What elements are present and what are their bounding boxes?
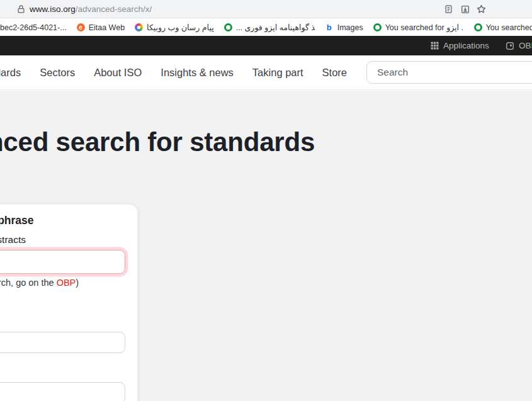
iso-main-nav: Standards Sectors About ISO Insights & n… xyxy=(0,55,532,90)
page-title: Advanced search for standards xyxy=(0,127,315,157)
nav-items: Standards Sectors About ISO Insights & n… xyxy=(0,55,347,89)
note-prefix: (For full text search, go on the xyxy=(0,278,57,288)
download-icon[interactable] xyxy=(460,4,470,14)
address-url[interactable]: www.iso.org/advanced-search/x/ xyxy=(30,0,152,18)
fulltext-note: (For full text search, go on the OBP) xyxy=(0,278,79,288)
page-content: Advanced search for standards Keyword or… xyxy=(0,91,532,401)
site-favicon-icon xyxy=(474,23,482,31)
bookmark-label: bec2-26d5-4021-... xyxy=(0,23,67,32)
note-suffix: ) xyxy=(76,278,79,288)
keyword-label: Keyword or phrase xyxy=(0,214,34,227)
bookmark-item[interactable]: b Images xyxy=(325,23,363,32)
bookmark-item[interactable]: You searched for ایزو ... xyxy=(474,23,532,32)
bookmark-label: Eitaa Web xyxy=(89,23,125,32)
browser-url-bar[interactable]: www.iso.org/advanced-search/x/ xyxy=(0,0,532,18)
url-domain: www.iso.org xyxy=(30,4,76,14)
site-favicon-icon xyxy=(224,23,232,31)
search-form-card: Keyword or phrase Search in titles and a… xyxy=(0,205,137,401)
bookmark-item[interactable]: bec2-26d5-4021-... xyxy=(0,23,67,32)
nav-item-about-iso[interactable]: About ISO xyxy=(94,67,142,79)
bookmark-item[interactable]: You searched for ایزو ... xyxy=(373,23,464,32)
bookmark-label: ... اخذ گواهینامه ایزو فوری xyxy=(236,23,315,32)
nav-item-store[interactable]: Store xyxy=(322,67,347,79)
keyword-sublabel: Search in titles and abstracts xyxy=(0,234,26,246)
bookmark-label: Images xyxy=(337,23,363,32)
browser-window: { "browser": { "url": { "domain": "www.i… xyxy=(0,0,532,401)
site-favicon-icon xyxy=(373,23,382,31)
eitaa-icon: e xyxy=(77,23,85,31)
nav-item-sectors[interactable]: Sectors xyxy=(40,67,75,79)
url-path: /advanced-search/x/ xyxy=(76,4,152,14)
bookmark-item[interactable]: پیام رسان وب روبیکا xyxy=(135,23,214,32)
bookmark-label: پیام رسان وب روبیکا xyxy=(147,23,214,32)
ssl-lock-icon[interactable] xyxy=(16,4,26,14)
bookmark-item[interactable]: e Eitaa Web xyxy=(77,23,125,32)
bookmarks-bar: bec2-26d5-4021-... e Eitaa Web پیام رسان… xyxy=(0,19,532,36)
nav-item-standards[interactable]: Standards xyxy=(0,67,21,79)
keyword-input[interactable] xyxy=(0,250,125,274)
obp-label: OBP xyxy=(519,41,532,50)
bookmark-item[interactable]: ... اخذ گواهینامه ایزو فوری xyxy=(224,23,315,32)
bing-icon: b xyxy=(325,23,334,32)
nav-item-insights-news[interactable]: Insights & news xyxy=(161,67,234,79)
site-search-input[interactable] xyxy=(366,61,532,84)
applications-label: Applications xyxy=(443,41,489,50)
bookmark-label: You searched for ایزو ... xyxy=(486,23,532,32)
form-field-2[interactable] xyxy=(0,332,125,353)
reader-mode-icon[interactable] xyxy=(443,4,454,14)
applications-menu[interactable]: Applications xyxy=(431,36,489,55)
obp-link[interactable]: OBP xyxy=(57,278,76,288)
bookmark-label: You searched for ایزو ... xyxy=(385,23,464,32)
applications-grid-icon xyxy=(431,42,439,50)
obp-menu[interactable]: OBP xyxy=(506,36,532,55)
iso-applications-bar: Applications OBP xyxy=(0,36,532,55)
rubika-icon xyxy=(135,23,143,31)
form-field-3[interactable] xyxy=(0,382,125,401)
bookmark-star-icon[interactable] xyxy=(476,4,487,14)
obp-icon xyxy=(506,42,514,50)
nav-item-taking-part[interactable]: Taking part xyxy=(252,67,303,79)
